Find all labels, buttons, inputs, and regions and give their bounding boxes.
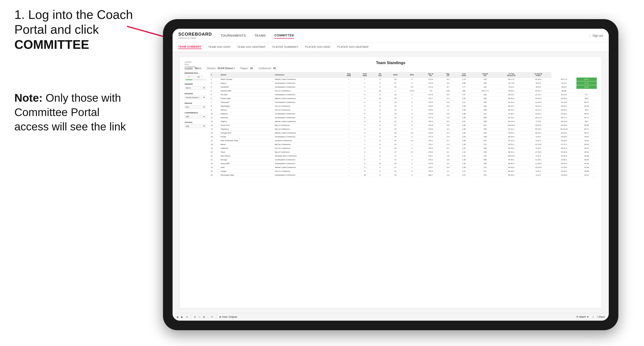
toolbar-bookmark[interactable]: □ bbox=[199, 316, 200, 318]
table-cell: 1 bbox=[357, 81, 373, 85]
table-cell: 63-15-1 bbox=[498, 93, 525, 97]
sidebar-region-select[interactable]: N/A ▼ bbox=[184, 105, 206, 109]
nav-item-committee[interactable]: COMMITTEE bbox=[274, 32, 294, 38]
subnav-team-summary[interactable]: TEAM SUMMARY bbox=[178, 45, 202, 49]
nav-item-teams[interactable]: TEAMS bbox=[254, 33, 266, 38]
subnav: TEAM SUMMARY TEAM H2H GRID TEAM H2H HEAT… bbox=[172, 43, 609, 52]
share-button[interactable]: ⤴ Share bbox=[597, 316, 605, 318]
table-cell: 26 bbox=[373, 89, 387, 93]
table-cell: 49.91 bbox=[576, 150, 597, 154]
table-cell: 1 bbox=[357, 143, 373, 147]
nav-item-tournaments[interactable]: TOURNAMENTS bbox=[220, 33, 246, 38]
table-cell: 23 bbox=[387, 173, 404, 177]
toolbar-back[interactable]: ◀ bbox=[176, 316, 178, 318]
min-rounds-min[interactable]: 4 bbox=[184, 75, 193, 79]
table-cell: 1.98 bbox=[455, 104, 473, 108]
toolbar-grid[interactable]: ⊞ bbox=[203, 316, 205, 318]
table-row: 9ArizonaPac-12 Conference–38224276.3-61.… bbox=[210, 108, 597, 112]
table-cell: 87-21-2 bbox=[498, 139, 525, 143]
table-cell: 17-9-0 bbox=[525, 120, 552, 124]
view-original-button[interactable]: ⊞ View: Original bbox=[219, 316, 237, 318]
table-cell: 61-21-0 bbox=[498, 101, 525, 104]
table-cell: 11-19-0 bbox=[525, 101, 552, 104]
table-cell: 2 bbox=[357, 104, 373, 108]
toolbar-fullscreen[interactable]: ⤢ bbox=[592, 316, 594, 318]
table-cell: 8 bbox=[373, 127, 387, 131]
table-cell: Pac-12 Conference bbox=[274, 104, 341, 108]
table-cell: Tennessee bbox=[220, 101, 274, 104]
table-cell: 63-17-0 bbox=[552, 78, 576, 81]
table-cell: 278.7 bbox=[421, 154, 441, 158]
table-cell: 92-40-3 bbox=[498, 162, 525, 166]
table-cell: 3 bbox=[357, 120, 373, 124]
min-rounds-max[interactable]: 30 bbox=[194, 75, 203, 79]
table-cell: 25 bbox=[387, 85, 404, 89]
toolbar-forward[interactable]: ▶ bbox=[181, 316, 183, 318]
tablet-screen: SCOREBOARD Powered by clippd TOURNAMENTS… bbox=[172, 29, 609, 321]
table-cell: 30-15-1 bbox=[525, 127, 552, 131]
table-cell: 6 bbox=[403, 120, 420, 124]
table-cell: 9 bbox=[373, 78, 387, 81]
table-cell: 16-21-1 bbox=[525, 108, 552, 112]
table-cell: 4 bbox=[403, 135, 420, 139]
col-low-score: LowScore bbox=[455, 72, 473, 78]
table-cell: -5.0 bbox=[441, 81, 455, 85]
table-cell: 48.42 bbox=[576, 162, 597, 166]
table-cell: 267 bbox=[473, 124, 498, 127]
table-cell: – bbox=[341, 112, 357, 116]
table-cell: 12-13-0 bbox=[525, 143, 552, 147]
table-cell: -4.4 bbox=[441, 97, 455, 101]
table-cell: 80-25-2 bbox=[498, 135, 525, 139]
table-cell: 6.2 bbox=[403, 131, 420, 135]
table-cell: 7 bbox=[403, 97, 420, 101]
table-cell: 100-17-1 bbox=[473, 89, 498, 93]
main-content: Update time: 27/03/2024 16:56:26 Team St… bbox=[172, 52, 609, 313]
table-cell: 8-14-0 bbox=[525, 147, 552, 150]
sidebar-gender-select[interactable]: Men's ▼ bbox=[184, 86, 206, 90]
subnav-team-h2h-grid[interactable]: TEAM H2H GRID bbox=[208, 45, 230, 49]
table-cell: 1.85 bbox=[455, 131, 473, 135]
table-cell: 2.20 bbox=[455, 97, 473, 101]
toolbar-share-link[interactable]: ⬆ bbox=[194, 316, 196, 318]
table-cell: 18 bbox=[210, 143, 220, 147]
table-cell: – bbox=[341, 150, 357, 154]
table-cell: Mountain West Conference bbox=[274, 154, 341, 158]
subnav-team-h2h-heatmap[interactable]: TEAM H2H HEATMAP bbox=[237, 45, 266, 49]
table-cell: 9 bbox=[373, 124, 387, 127]
logo-text: SCOREBOARD bbox=[178, 32, 212, 37]
table-cell: 88-17-0 bbox=[498, 78, 525, 81]
table-cell: Oklahoma bbox=[220, 127, 274, 131]
sidebar-conference-select[interactable]: (All) ▼ bbox=[184, 115, 206, 118]
table-cell: 58.7 bbox=[576, 120, 597, 124]
watch-label: Watch bbox=[579, 316, 586, 318]
min-rounds-label: Minimum Rou... bbox=[184, 72, 206, 74]
table-cell: 2 bbox=[403, 147, 420, 150]
table-row: 11ArkansasSoutheastern Conference–682332… bbox=[210, 116, 597, 120]
watch-button[interactable]: 👁 Watch ▼ bbox=[576, 316, 589, 318]
table-cell: 271 bbox=[473, 143, 498, 147]
table-row: 25OregonPac-12 Conference–59210279.5-3.1… bbox=[210, 170, 597, 173]
subnav-player-h2h-grid[interactable]: PLAYER H2H GRID bbox=[305, 45, 330, 49]
table-cell: Auburn bbox=[220, 81, 274, 85]
note-label: Note: bbox=[14, 92, 43, 104]
toolbar-clock[interactable]: ⏱ bbox=[211, 316, 213, 318]
table-cell: Duke bbox=[220, 166, 274, 170]
subnav-player-h2h-heatmap[interactable]: PLAYER H2H HEATMAP bbox=[337, 45, 369, 49]
table-cell: 25 bbox=[387, 131, 404, 135]
sidebar-division-select[interactable]: NCAA Division I ▼ bbox=[184, 96, 206, 99]
toolbar-refresh[interactable]: ↻ bbox=[186, 316, 188, 318]
table-cell: 2 bbox=[357, 85, 373, 89]
sidebar-school-select[interactable]: (All) ▼ bbox=[184, 124, 206, 128]
instruction-text-before: Log into the Coach Portal and click bbox=[14, 8, 133, 36]
table-cell: 60-39-2 bbox=[498, 173, 525, 177]
table-cell: Pac-12 Conference bbox=[274, 170, 341, 173]
table-cell: 33-44-3 bbox=[552, 162, 576, 166]
table-cell: 0.7 bbox=[403, 150, 420, 154]
subnav-player-summary[interactable]: PLAYER SUMMARY bbox=[272, 45, 298, 49]
sign-out-button[interactable]: Sign out bbox=[592, 34, 603, 37]
table-cell: 1.41 bbox=[455, 154, 473, 158]
table-cell: 91-6-0 bbox=[498, 85, 525, 89]
table-cell: 1.98 bbox=[455, 108, 473, 112]
table-cell: 96-29-2 bbox=[498, 97, 525, 101]
table-cell: 8 bbox=[373, 139, 387, 143]
